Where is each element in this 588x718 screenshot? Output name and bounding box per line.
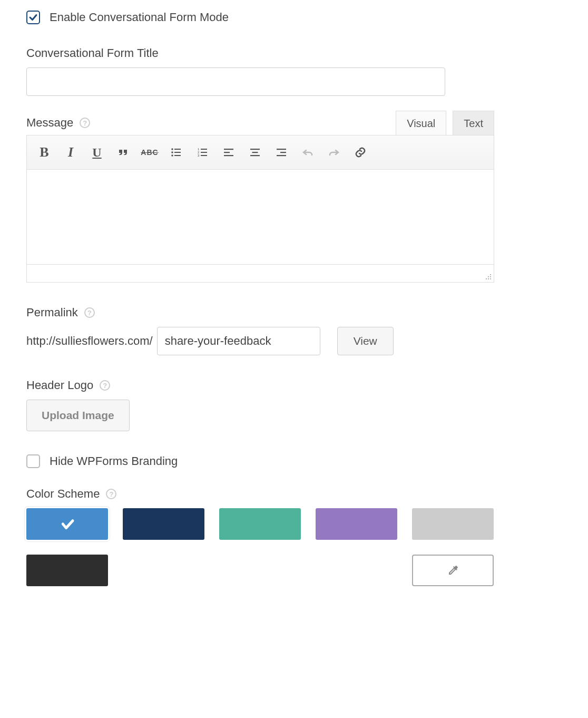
color-scheme-label: Color Scheme: [26, 487, 100, 501]
svg-rect-15: [250, 149, 260, 150]
bulleted-list-button[interactable]: [163, 142, 189, 163]
help-icon[interactable]: ?: [84, 307, 95, 318]
svg-rect-20: [277, 155, 286, 156]
form-title-input[interactable]: [26, 67, 445, 96]
link-icon: [354, 146, 367, 159]
align-left-icon: [222, 146, 235, 159]
enable-conversational-checkbox[interactable]: [26, 11, 40, 24]
svg-rect-3: [174, 149, 181, 150]
strikethrough-button[interactable]: ABC: [136, 142, 163, 163]
svg-point-22: [488, 276, 489, 277]
svg-rect-17: [250, 155, 260, 156]
editor-toolbar: B I U ABC 123: [26, 135, 494, 170]
svg-rect-9: [201, 149, 207, 150]
eyedropper-icon: [447, 564, 459, 577]
enable-conversational-row: Enable Conversational Form Mode: [26, 11, 562, 24]
align-right-button[interactable]: [268, 142, 295, 163]
svg-rect-5: [174, 155, 181, 156]
form-title-label-row: Conversational Form Title: [26, 46, 562, 60]
message-label: Message: [26, 116, 73, 130]
blockquote-button[interactable]: [110, 142, 136, 163]
color-swatch-2[interactable]: [219, 508, 301, 540]
color-swatch-5[interactable]: [26, 555, 108, 586]
custom-color-picker[interactable]: [412, 555, 494, 586]
message-label-row: Message ?: [26, 116, 90, 130]
view-button[interactable]: View: [337, 327, 394, 355]
numbered-list-icon: 123: [196, 146, 209, 159]
svg-point-0: [171, 148, 173, 150]
color-scheme-label-row: Color Scheme ?: [26, 487, 562, 501]
enable-conversational-label: Enable Conversational Form Mode: [50, 11, 229, 24]
resize-grip-icon: [484, 273, 492, 280]
svg-rect-10: [201, 152, 207, 153]
help-icon[interactable]: ?: [106, 489, 116, 499]
help-icon[interactable]: ?: [80, 118, 90, 128]
redo-button[interactable]: [321, 142, 347, 163]
bullet-list-icon: [170, 146, 182, 159]
svg-rect-18: [277, 149, 286, 150]
upload-image-button[interactable]: Upload Image: [26, 400, 130, 431]
quote-icon: [117, 146, 130, 159]
color-swatch-0[interactable]: [26, 508, 108, 540]
svg-point-1: [171, 151, 173, 153]
hide-branding-checkbox[interactable]: [26, 454, 40, 468]
svg-point-26: [490, 278, 491, 279]
header-logo-label-row: Header Logo ?: [26, 379, 562, 392]
svg-rect-19: [280, 152, 286, 153]
link-button[interactable]: [347, 142, 374, 163]
svg-rect-12: [224, 149, 233, 150]
svg-rect-11: [201, 155, 207, 156]
align-right-icon: [275, 146, 288, 159]
color-scheme-grid: [26, 508, 522, 586]
permalink-base: http://sulliesflowers.com/: [26, 334, 153, 348]
numbered-list-button[interactable]: 123: [189, 142, 215, 163]
form-title-field: Conversational Form Title: [26, 46, 562, 96]
italic-button[interactable]: I: [57, 142, 84, 163]
editor-statusbar: [26, 265, 494, 283]
permalink-slug-input[interactable]: [157, 327, 320, 355]
svg-point-24: [486, 278, 487, 279]
color-swatch-4[interactable]: [412, 508, 494, 540]
align-center-button[interactable]: [242, 142, 268, 163]
svg-rect-4: [174, 152, 181, 153]
message-editor: Message ? Visual Text B I U ABC 123: [26, 111, 494, 283]
tab-visual[interactable]: Visual: [396, 111, 446, 135]
redo-icon: [328, 146, 340, 159]
check-icon: [60, 516, 75, 532]
svg-rect-13: [224, 152, 230, 153]
svg-rect-14: [224, 155, 233, 156]
svg-point-21: [490, 274, 491, 275]
svg-text:3: 3: [198, 154, 200, 157]
tab-text[interactable]: Text: [453, 111, 494, 135]
svg-point-25: [488, 278, 489, 279]
message-textarea[interactable]: [26, 170, 494, 265]
undo-button[interactable]: [295, 142, 321, 163]
undo-icon: [301, 146, 314, 159]
hide-branding-label: Hide WPForms Branding: [50, 454, 178, 468]
resize-handle[interactable]: [484, 273, 492, 280]
color-swatch-3[interactable]: [316, 508, 397, 540]
svg-rect-16: [252, 152, 258, 153]
svg-point-2: [171, 154, 173, 157]
help-icon[interactable]: ?: [100, 380, 110, 391]
header-logo-label: Header Logo: [26, 379, 93, 392]
color-swatch-1[interactable]: [123, 508, 204, 540]
svg-point-23: [490, 276, 491, 277]
align-center-icon: [249, 146, 261, 159]
permalink-label-row: Permalink ?: [26, 306, 562, 319]
permalink-row: http://sulliesflowers.com/ View: [26, 327, 562, 355]
form-title-label: Conversational Form Title: [26, 46, 159, 60]
hide-branding-row: Hide WPForms Branding: [26, 454, 562, 468]
underline-button[interactable]: U: [84, 142, 110, 163]
bold-button[interactable]: B: [31, 142, 57, 163]
check-icon: [28, 13, 38, 22]
editor-tabs: Visual Text: [396, 111, 494, 135]
align-left-button[interactable]: [215, 142, 242, 163]
permalink-label: Permalink: [26, 306, 78, 319]
